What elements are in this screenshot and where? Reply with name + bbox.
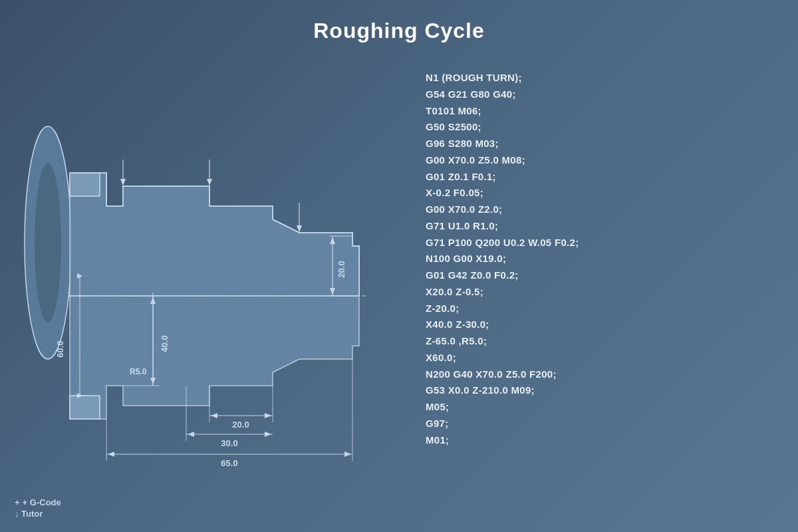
svg-marker-6 xyxy=(70,396,100,419)
main-content: 60.0 40.0 20.0 20.0 xyxy=(0,43,798,522)
gcode-line: G00 X70.0 Z2.0; xyxy=(426,201,778,218)
gcode-line: G53 X0.0 Z-210.0 M09; xyxy=(426,382,778,399)
gcode-line: G00 X70.0 Z5.0 M08; xyxy=(426,152,778,169)
gcode-line: M05; xyxy=(426,399,778,416)
logo-text-line2: ↓ Tutor xyxy=(15,509,43,519)
svg-point-2 xyxy=(35,163,61,323)
gcode-line: Z-20.0; xyxy=(426,301,778,317)
svg-text:R5.0: R5.0 xyxy=(130,367,147,376)
drawing-area: 60.0 40.0 20.0 20.0 xyxy=(13,57,399,509)
gcode-panel: N1 (ROUGH TURN);G54 G21 G80 G40;T0101 M0… xyxy=(399,57,778,448)
svg-marker-5 xyxy=(70,173,100,196)
gcode-line: T0101 M06; xyxy=(426,103,778,120)
svg-text:20.0: 20.0 xyxy=(232,420,249,430)
svg-marker-26 xyxy=(265,413,271,418)
gcode-line: X60.0; xyxy=(426,350,778,366)
gcode-line: G96 S280 M03; xyxy=(426,136,778,152)
svg-marker-37 xyxy=(344,452,351,457)
svg-text:30.0: 30.0 xyxy=(221,438,237,448)
gcode-line: N200 G40 X70.0 Z5.0 F200; xyxy=(426,366,778,383)
gcode-line: X20.0 Z-0.5; xyxy=(426,284,778,301)
svg-marker-4 xyxy=(70,296,359,419)
gcode-line: Z-65.0 ,R5.0; xyxy=(426,333,778,350)
gcode-line: G01 Z0.1 F0.1; xyxy=(426,169,778,186)
svg-text:20.0: 20.0 xyxy=(336,261,346,277)
gcode-line: G71 U1.0 R1.0; xyxy=(426,218,778,235)
svg-marker-32 xyxy=(265,432,271,437)
svg-text:65.0: 65.0 xyxy=(221,458,237,468)
gcode-line: X-0.2 F0.05; xyxy=(426,185,778,201)
logo-text-line1: + G-Code xyxy=(23,497,61,509)
svg-marker-31 xyxy=(188,432,194,437)
gcode-line: X40.0 Z-30.0; xyxy=(426,317,778,333)
gcode-line: G71 P100 Q200 U0.2 W.05 F0.2; xyxy=(426,235,778,251)
gcode-line: G50 S2500; xyxy=(426,119,778,136)
svg-text:40.0: 40.0 xyxy=(160,335,170,352)
logo: + + G-Code ↓ Tutor xyxy=(15,497,61,520)
gcode-line: N1 (ROUGH TURN); xyxy=(426,70,778,86)
svg-marker-43 xyxy=(120,179,126,186)
gcode-line: G97; xyxy=(426,416,778,432)
gcode-line: M01; xyxy=(426,432,778,449)
svg-marker-45 xyxy=(207,179,212,186)
svg-marker-25 xyxy=(211,413,217,418)
gcode-line: N100 G00 X19.0; xyxy=(426,251,778,267)
gcode-line: G54 G21 G80 G40; xyxy=(426,86,778,103)
logo-icon: + xyxy=(15,497,20,509)
svg-marker-36 xyxy=(108,452,114,457)
svg-marker-3 xyxy=(70,173,359,296)
svg-text:60.0: 60.0 xyxy=(55,340,65,357)
page-title: Roughing Cycle xyxy=(0,0,798,43)
gcode-line: G01 G42 Z0.0 F0.2; xyxy=(426,267,778,284)
gcode-list: N1 (ROUGH TURN);G54 G21 G80 G40;T0101 M0… xyxy=(426,70,778,448)
